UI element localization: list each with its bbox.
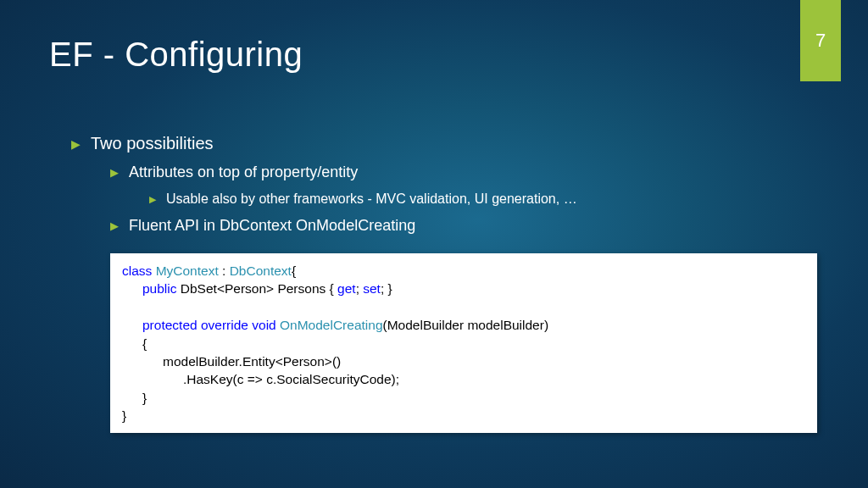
triangle-bullet-icon: ▶	[110, 219, 119, 232]
code-text: {	[292, 263, 296, 278]
triangle-bullet-icon: ▶	[71, 137, 81, 151]
keyword: set	[363, 281, 381, 296]
keyword: override	[201, 318, 248, 332]
keyword: protected	[142, 318, 198, 332]
keyword: void	[252, 318, 275, 332]
code-snippet: class MyContext : DbContext{ public DbSe…	[110, 253, 817, 433]
bullet-text: Usable also by other frameworks - MVC va…	[166, 191, 577, 207]
code-line: protected override void OnModelCreating(…	[122, 316, 805, 334]
type-name: DbContext	[230, 263, 292, 278]
keyword: public	[142, 281, 177, 296]
code-text: DbSet<Person> Persons {	[177, 281, 338, 296]
page-number: 7	[815, 30, 826, 52]
code-line: {	[122, 335, 805, 352]
slide-content: ▶ Two possibilities ▶ Attributes on top …	[71, 134, 817, 433]
bullet-text: Attributes on top of property/entity	[129, 164, 358, 181]
bullet-text: Two possibilities	[91, 134, 214, 153]
code-line: modelBuilder.Entity<Person>()	[122, 352, 805, 370]
type-name: OnModelCreating	[280, 318, 382, 332]
bullet-level-2: ▶ Fluent API in DbContext OnModelCreatin…	[110, 217, 817, 235]
triangle-bullet-icon: ▶	[110, 166, 119, 179]
bullet-level-3: ▶ Usable also by other frameworks - MVC …	[149, 191, 817, 207]
code-text: ;	[356, 281, 364, 296]
page-number-badge: 7	[800, 0, 841, 81]
keyword: get	[337, 281, 356, 296]
bullet-text: Fluent API in DbContext OnModelCreating	[129, 217, 415, 235]
code-line: }	[122, 389, 805, 407]
keyword: class	[122, 263, 152, 278]
bullet-level-2: ▶ Attributes on top of property/entity	[110, 164, 817, 181]
code-text: ; }	[381, 281, 392, 296]
code-line: public DbSet<Person> Persons { get; set;…	[122, 280, 805, 297]
code-line: }	[122, 407, 805, 424]
code-line: .HasKey(c => c.SocialSecurityCode);	[122, 370, 805, 388]
code-line	[122, 298, 805, 316]
bullet-level-1: ▶ Two possibilities	[71, 134, 817, 153]
code-text: (ModelBuilder modelBuilder)	[383, 318, 549, 332]
type-name: MyContext	[156, 263, 219, 278]
code-line: class MyContext : DbContext{	[122, 262, 805, 280]
triangle-bullet-icon: ▶	[149, 194, 156, 205]
slide-title: EF - Configuring	[49, 36, 303, 74]
code-text: :	[219, 263, 230, 278]
